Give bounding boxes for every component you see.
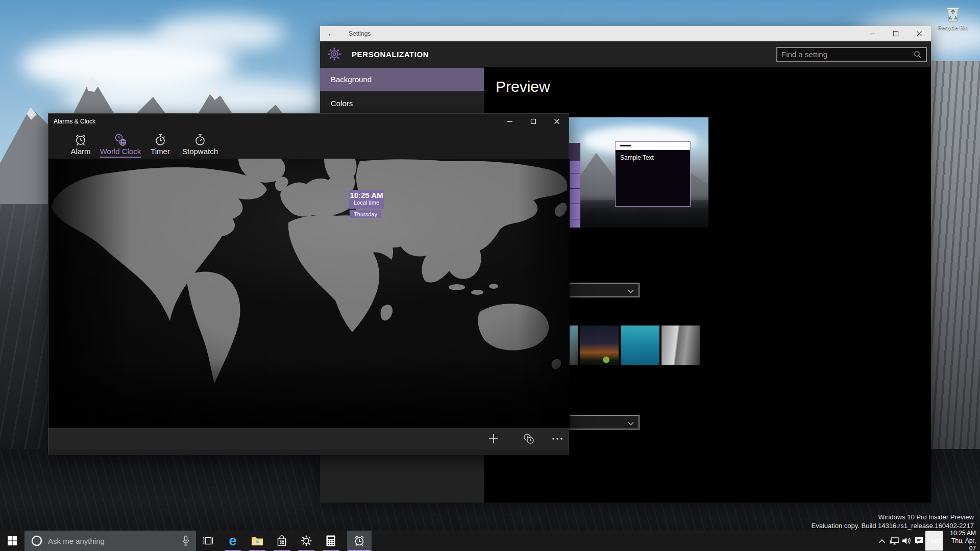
- recycle-bin-icon[interactable]: Recycle Bin: [937, 4, 969, 36]
- world-clock-icon: [114, 133, 127, 146]
- tray-expand-button[interactable]: [876, 531, 888, 551]
- network-tray-button[interactable]: [888, 531, 900, 551]
- back-button[interactable]: ←: [320, 26, 342, 41]
- minimize-icon: [869, 31, 875, 37]
- page-title: PERSONALIZATION: [352, 50, 429, 59]
- see-more-button[interactable]: [546, 430, 569, 447]
- tab-alarm[interactable]: Alarm: [61, 129, 101, 159]
- chevron-down-icon: [627, 288, 634, 295]
- sidebar-item-colors[interactable]: Colors: [320, 92, 484, 115]
- start-button[interactable]: [0, 531, 24, 551]
- plus-icon: [488, 433, 499, 444]
- tray-date: Thu, Apr, 07: [943, 537, 976, 551]
- minimize-icon: [507, 118, 513, 124]
- alarms-clock-button[interactable]: [347, 531, 372, 551]
- add-clock-button[interactable]: [482, 430, 505, 447]
- watermark-line1: Windows 10 Pro Insider Preview: [812, 513, 974, 521]
- chevron-up-icon: [878, 539, 886, 543]
- network-icon: [889, 536, 899, 545]
- selected-tab-underline: [100, 157, 141, 158]
- close-icon: [916, 31, 922, 37]
- tab-timer[interactable]: Timer: [140, 129, 180, 159]
- world-map: 10:25 AM Local time Thursday: [48, 159, 570, 428]
- sample-window-titlebar: [616, 142, 690, 150]
- alarms-window-title: Alarms & Clock: [54, 118, 95, 125]
- tab-label: Alarm: [70, 147, 90, 156]
- alarms-titlebar[interactable]: Alarms & Clock: [48, 114, 569, 129]
- tab-world-clock[interactable]: World Clock: [101, 129, 140, 159]
- settings-titlebar[interactable]: ← Settings: [320, 26, 931, 41]
- settings-window-title: Settings: [349, 30, 371, 37]
- tab-label: Stopwatch: [182, 147, 218, 156]
- alarms-tab-bar: Alarm World Clock Timer Stopwatch: [48, 129, 569, 159]
- ellipsis-icon: [552, 437, 563, 440]
- settings-button[interactable]: [294, 531, 318, 551]
- personalization-gear-icon: [327, 47, 341, 61]
- maximize-button[interactable]: [522, 114, 545, 129]
- tab-stopwatch[interactable]: Stopwatch: [180, 129, 220, 159]
- action-center-icon: [914, 536, 924, 546]
- close-button[interactable]: [908, 26, 931, 41]
- store-button[interactable]: [270, 531, 294, 551]
- edge-button[interactable]: e: [220, 531, 245, 551]
- tab-label: Timer: [151, 147, 170, 156]
- local-time-tooltip: 10:25 AM Local time: [349, 190, 384, 209]
- tooltip-day-chip: Thursday: [350, 210, 381, 218]
- minimize-button[interactable]: [861, 26, 884, 41]
- picture-thumbnail-night-sky[interactable]: [580, 325, 619, 365]
- chevron-down-icon: [627, 420, 634, 427]
- volume-tray-button[interactable]: [900, 531, 913, 551]
- close-icon: [554, 118, 560, 124]
- taskbar: e: [0, 531, 980, 551]
- preview-heading: Preview: [496, 78, 550, 95]
- stopwatch-icon: [193, 133, 207, 146]
- sample-text: Sample Text: [620, 154, 654, 161]
- task-view-icon: [203, 536, 214, 545]
- microphone-icon[interactable]: [182, 535, 190, 546]
- recycle-bin-label: Recycle Bin: [938, 24, 968, 31]
- file-explorer-button[interactable]: [245, 531, 270, 551]
- preview-sample-window: Sample Text: [615, 141, 691, 207]
- file-explorer-icon: [251, 536, 263, 546]
- watermark-line2: Evaluation copy. Build 14316.rs1_release…: [812, 521, 974, 530]
- alarm-clock-icon: [353, 535, 365, 547]
- taskbar-search-input[interactable]: [43, 537, 182, 545]
- search-icon[interactable]: [914, 51, 922, 59]
- action-center-button[interactable]: [913, 531, 925, 551]
- cloud: [153, 15, 286, 51]
- sample-window-dash: [620, 145, 631, 146]
- tab-label: World Clock: [100, 147, 141, 156]
- alarms-clock-window: Alarms & Clock Alarm: [48, 113, 569, 455]
- timer-icon: [154, 133, 167, 146]
- gear-icon: [301, 535, 312, 546]
- find-a-setting-box[interactable]: [776, 47, 927, 62]
- compare-clocks-icon: [523, 433, 535, 445]
- recycle-bin-glyph: [944, 4, 962, 23]
- find-a-setting-input[interactable]: [777, 50, 914, 59]
- picture-thumbnail-cliff[interactable]: [662, 325, 700, 365]
- tooltip-caption: Local time: [349, 199, 384, 206]
- cortana-icon: [31, 535, 43, 547]
- close-button[interactable]: [545, 114, 569, 129]
- store-icon: [276, 535, 287, 546]
- language-indicator[interactable]: ENG: [925, 531, 943, 551]
- task-view-button[interactable]: [196, 531, 220, 551]
- tray-clock[interactable]: 10:25 AM Thu, Apr, 07: [943, 531, 980, 551]
- cortana-search-box[interactable]: [24, 531, 196, 551]
- alarm-icon: [74, 133, 87, 146]
- maximize-button[interactable]: [884, 26, 908, 41]
- tray-time: 10:25 AM: [943, 530, 976, 537]
- tooltip-time: 10:25 AM: [349, 191, 384, 199]
- minimize-button[interactable]: [498, 114, 522, 129]
- sidebar-item-label: Colors: [331, 99, 353, 108]
- speaker-icon: [901, 536, 912, 545]
- sidebar-item-background[interactable]: Background: [320, 68, 484, 91]
- calculator-icon: [326, 535, 336, 547]
- night-shadow-overlay: [48, 159, 570, 428]
- taskbar-empty-area: [372, 531, 876, 551]
- calculator-button[interactable]: [318, 531, 343, 551]
- compare-clocks-button[interactable]: [517, 430, 541, 447]
- insider-watermark: Windows 10 Pro Insider Preview Evaluatio…: [812, 513, 974, 530]
- picture-thumbnail-underwater[interactable]: [621, 325, 659, 365]
- maximize-icon: [530, 118, 536, 124]
